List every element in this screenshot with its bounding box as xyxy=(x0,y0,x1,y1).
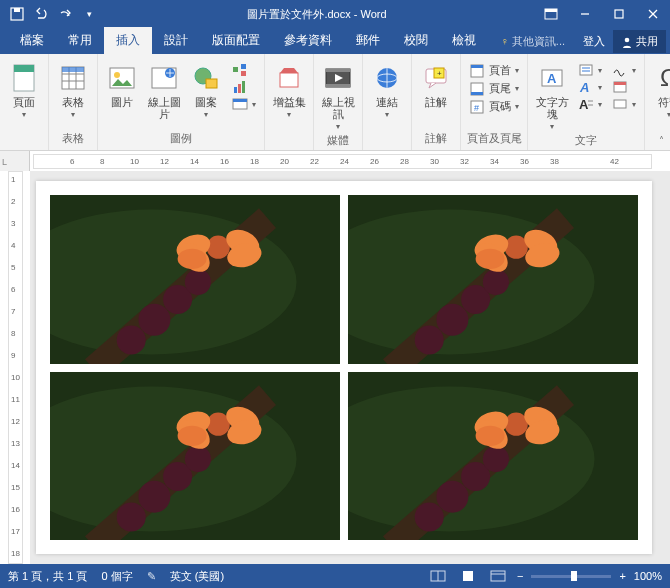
svg-point-63 xyxy=(138,304,170,336)
bulb-icon: ♀ xyxy=(501,35,509,47)
redo-button[interactable] xyxy=(54,3,76,25)
tab-design[interactable]: 設計 xyxy=(152,27,200,54)
tab-layout[interactable]: 版面配置 xyxy=(200,27,272,54)
header-label: 頁首 xyxy=(489,63,511,78)
group-tables-label: 表格 xyxy=(62,131,84,148)
window-controls xyxy=(568,0,670,28)
ribbon-display-options[interactable] xyxy=(534,0,568,28)
save-button[interactable] xyxy=(6,3,28,25)
quickparts-button[interactable]: ▾ xyxy=(574,62,606,78)
page-sheet[interactable] xyxy=(36,181,652,554)
inserted-image-3[interactable] xyxy=(50,372,340,541)
pagenum-button[interactable]: #頁碼▾ xyxy=(465,98,523,115)
table-button[interactable]: 表格▾ xyxy=(53,60,93,121)
cover-page-button[interactable]: 頁面▾ xyxy=(4,60,44,121)
tab-insert[interactable]: 插入 xyxy=(104,27,152,54)
shapes-icon xyxy=(190,62,222,94)
inserted-image-4[interactable] xyxy=(348,372,638,541)
minimize-button[interactable] xyxy=(568,0,602,28)
svg-text:A: A xyxy=(579,97,589,111)
datetime-button[interactable] xyxy=(608,79,640,95)
footer-button[interactable]: 頁尾▾ xyxy=(465,80,523,97)
video-button[interactable]: 線上視訊▾ xyxy=(318,60,358,133)
zoom-slider[interactable] xyxy=(531,575,611,578)
svg-point-101 xyxy=(415,502,444,531)
shapes-button[interactable]: 圖案▾ xyxy=(186,60,226,121)
inserted-image-2[interactable] xyxy=(348,195,638,364)
tab-view[interactable]: 檢視 xyxy=(440,27,488,54)
tab-references[interactable]: 參考資料 xyxy=(272,27,344,54)
svg-rect-31 xyxy=(280,73,298,87)
tab-file[interactable]: 檔案 xyxy=(8,27,56,54)
object-button[interactable]: ▾ xyxy=(608,96,640,112)
zoom-out-button[interactable]: − xyxy=(517,570,523,582)
status-language[interactable]: 英文 (美國) xyxy=(170,569,224,584)
svg-point-88 xyxy=(117,502,146,531)
group-pages: 頁面▾ xyxy=(0,54,49,150)
pictures-button[interactable]: 圖片 xyxy=(102,60,142,110)
svg-rect-10 xyxy=(14,65,34,72)
status-proofing-icon[interactable]: ✎ xyxy=(147,570,156,583)
group-illustrations-label: 圖例 xyxy=(170,131,192,148)
header-button[interactable]: 頁首▾ xyxy=(465,62,523,79)
signature-button[interactable]: ▾ xyxy=(608,62,640,78)
comment-icon: + xyxy=(420,62,452,94)
footer-label: 頁尾 xyxy=(489,81,511,96)
svg-rect-33 xyxy=(326,69,350,72)
share-button[interactable]: 共用 xyxy=(613,30,666,53)
svg-point-75 xyxy=(415,326,444,355)
svg-point-76 xyxy=(436,304,468,336)
view-web-layout[interactable] xyxy=(487,567,509,585)
tab-review[interactable]: 校閱 xyxy=(392,27,440,54)
link-label: 連結 xyxy=(376,96,398,108)
tab-mailings[interactable]: 郵件 xyxy=(344,27,392,54)
zoom-in-button[interactable]: + xyxy=(619,570,625,582)
svg-rect-114 xyxy=(491,571,505,581)
undo-button[interactable] xyxy=(30,3,52,25)
group-comments: + 註解 註解 xyxy=(412,54,461,150)
wordart-button[interactable]: A▾ xyxy=(574,79,606,95)
group-tables: 表格▾ 表格 xyxy=(49,54,98,150)
tab-home[interactable]: 常用 xyxy=(56,27,104,54)
screenshot-button[interactable]: ▾ xyxy=(228,96,260,112)
smartart-button[interactable] xyxy=(228,62,260,78)
dropcap-button[interactable]: A▾ xyxy=(574,96,606,112)
view-read-mode[interactable] xyxy=(427,567,449,585)
comment-button[interactable]: + 註解 xyxy=(416,60,456,110)
ruler-vertical[interactable]: 123456789101112131415161718 xyxy=(0,171,30,564)
online-pictures-button[interactable]: 線上圖片 xyxy=(144,60,184,122)
link-button[interactable]: 連結▾ xyxy=(367,60,407,121)
group-symbols: Ω 符號▾ xyxy=(645,54,670,150)
status-words[interactable]: 0 個字 xyxy=(101,569,132,584)
svg-point-104 xyxy=(483,445,509,471)
maximize-button[interactable] xyxy=(602,0,636,28)
ruler-horizontal-area: L 6810121416182022242628303234363842 xyxy=(0,151,670,171)
textbox-label: 文字方塊 xyxy=(534,96,570,120)
inserted-image-1[interactable] xyxy=(50,195,340,364)
status-page[interactable]: 第 1 頁，共 1 頁 xyxy=(8,569,87,584)
collapse-ribbon-button[interactable]: ˄ xyxy=(659,135,664,146)
svg-rect-5 xyxy=(615,10,623,18)
page-background xyxy=(30,171,670,564)
view-print-layout[interactable] xyxy=(457,567,479,585)
dropcap-icon: A xyxy=(578,97,594,111)
store-label: 增益集 xyxy=(273,96,306,108)
signin-link[interactable]: 登入 xyxy=(575,29,613,54)
screenshot-icon xyxy=(232,97,248,111)
table-icon xyxy=(57,62,89,94)
svg-rect-25 xyxy=(241,71,246,76)
textbox-button[interactable]: A 文字方塊▾ xyxy=(532,60,572,133)
tell-me[interactable]: ♀其他資訊... xyxy=(491,34,575,49)
qat-customize[interactable]: ▾ xyxy=(78,3,100,25)
symbol-button[interactable]: Ω 符號▾ xyxy=(649,60,670,121)
svg-rect-113 xyxy=(463,571,473,581)
close-button[interactable] xyxy=(636,0,670,28)
chart-button[interactable] xyxy=(228,79,260,95)
zoom-level[interactable]: 100% xyxy=(634,570,662,582)
status-bar: 第 1 頁，共 1 頁 0 個字 ✎ 英文 (美國) − + 100% xyxy=(0,564,670,588)
group-headerfooter-label: 頁首及頁尾 xyxy=(467,131,522,148)
store-button[interactable]: 增益集▾ xyxy=(269,60,309,121)
ruler-horizontal[interactable]: 6810121416182022242628303234363842 xyxy=(33,154,652,169)
textbox-icon: A xyxy=(536,62,568,94)
group-headerfooter: 頁首▾ 頁尾▾ #頁碼▾ 頁首及頁尾 xyxy=(461,54,528,150)
